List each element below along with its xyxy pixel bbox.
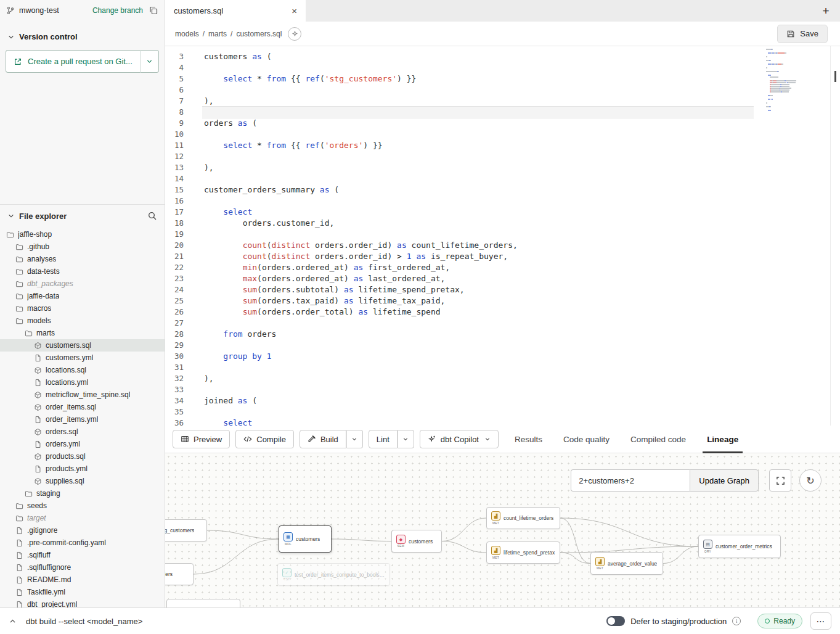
code-text[interactable] — [202, 318, 754, 329]
code-text[interactable]: ), — [202, 96, 754, 107]
scrollbar-thumb[interactable] — [834, 71, 836, 82]
file-tree-item-data-tests[interactable]: data-tests — [0, 265, 165, 278]
tab-results[interactable]: Results — [504, 426, 553, 453]
file-tree-item-order_items.yml[interactable]: order_items.yml — [0, 413, 165, 426]
create-pr-dropdown-button[interactable] — [141, 50, 159, 73]
file-tree-item-seeds[interactable]: seeds — [0, 500, 165, 512]
dbt-copilot-button[interactable]: dbt Copilot — [420, 430, 499, 448]
code-text[interactable]: count(distinct orders.order_id) > 1 as i… — [202, 251, 754, 262]
code-text[interactable]: max(orders.ordered_at) as last_ordered_a… — [202, 273, 754, 284]
chevron-down-icon[interactable] — [7, 212, 15, 220]
compile-button[interactable]: Compile — [235, 430, 294, 448]
code-text[interactable] — [202, 406, 754, 418]
code-text[interactable]: ), — [202, 162, 754, 173]
file-tree-item-analyses[interactable]: analyses — [0, 253, 165, 265]
build-dropdown-button[interactable] — [346, 430, 363, 448]
code-text[interactable] — [202, 229, 754, 240]
search-icon[interactable] — [147, 211, 157, 221]
build-button[interactable]: Build — [300, 430, 346, 448]
code-text[interactable]: orders as ( — [202, 118, 754, 129]
code-text[interactable] — [202, 129, 754, 140]
code-text[interactable] — [202, 173, 754, 184]
file-tree-item-products.sql[interactable]: products.sql — [0, 450, 165, 463]
file-tree-item-.gitignore[interactable]: .gitignore — [0, 524, 165, 537]
lint-dropdown-button[interactable] — [398, 430, 414, 448]
chevron-down-icon[interactable] — [7, 33, 15, 41]
file-tree-item-.pre-commit-config.yaml[interactable]: .pre-commit-config.yaml — [0, 537, 165, 549]
lineage-node-stg_customers[interactable]: ▦MDLstg_customers — [165, 519, 207, 541]
update-graph-button[interactable]: Update Graph — [690, 469, 759, 492]
file-tree-item-order_items.sql[interactable]: order_items.sql — [0, 401, 165, 413]
file-tree-item-products.yml[interactable]: products.yml — [0, 463, 165, 475]
info-icon[interactable]: i — [732, 617, 741, 625]
code-text[interactable] — [202, 107, 754, 118]
defer-toggle[interactable] — [606, 616, 625, 626]
file-tree-item-macros[interactable]: macros — [0, 302, 165, 315]
lint-button[interactable]: Lint — [369, 430, 398, 448]
tab-code-quality[interactable]: Code quality — [553, 426, 620, 453]
file-tree-item-dbt_packages[interactable]: dbt_packages — [0, 278, 165, 290]
code-text[interactable] — [202, 362, 754, 373]
code-text[interactable]: sum(orders.order_total) as lifetime_spen… — [202, 307, 754, 318]
tab-compiled-code[interactable]: Compiled code — [620, 426, 696, 453]
lineage-search-input[interactable] — [571, 469, 690, 492]
code-text[interactable]: joined as ( — [202, 395, 754, 406]
lineage-node-partial_node[interactable] — [166, 599, 240, 607]
chevron-up-icon[interactable] — [5, 617, 20, 625]
code-text[interactable]: from orders — [202, 329, 754, 340]
file-tree-item-Taskfile.yml[interactable]: Taskfile.yml — [0, 586, 165, 598]
file-tree-item-customers.yml[interactable]: customers.yml — [0, 352, 165, 364]
file-tree-item-marts[interactable]: marts — [0, 327, 165, 339]
file-tree-item-models[interactable]: models — [0, 315, 165, 327]
lineage-node-customers_sem[interactable]: ◆SEMcustomers — [391, 530, 442, 553]
new-tab-button[interactable]: + — [812, 0, 840, 22]
file-tree-item-dbt_project.yml[interactable]: dbt_project.yml — [0, 598, 165, 607]
code-text[interactable]: min(orders.ordered_at) as first_ordered_… — [202, 262, 754, 273]
minimap[interactable] — [766, 49, 815, 112]
fullscreen-icon[interactable] — [769, 469, 791, 492]
lineage-node-customer_order_metrics[interactable]: ▤QRYcustomer_order_metrics — [698, 535, 781, 558]
code-text[interactable]: ), — [202, 373, 754, 384]
file-tree-item-orders.yml[interactable]: orders.yml — [0, 438, 165, 450]
file-tree-item-locations.yml[interactable]: locations.yml — [0, 376, 165, 389]
more-menu-button[interactable]: ⋯ — [810, 612, 831, 630]
code-editor[interactable]: 3customers as (45 select * from {{ ref('… — [165, 46, 840, 426]
create-pr-button[interactable]: Create a pull request on Git... — [6, 50, 141, 73]
code-text[interactable]: customer_orders_summary as ( — [202, 184, 754, 196]
close-icon[interactable]: × — [292, 6, 297, 15]
code-text[interactable] — [202, 340, 754, 351]
code-text[interactable]: select * from {{ ref('stg_customers') }} — [202, 73, 754, 84]
code-text[interactable] — [202, 384, 754, 395]
file-tree-item-target[interactable]: target — [0, 512, 165, 524]
file-tree-item-jaffle-data[interactable]: jaffle-data — [0, 290, 165, 302]
save-button[interactable]: Save — [777, 25, 828, 43]
file-tree-item-metricflow_time_spine.sql[interactable]: metricflow_time_spine.sql — [0, 389, 165, 401]
code-text[interactable] — [202, 62, 754, 73]
code-text[interactable] — [202, 196, 754, 207]
refresh-icon[interactable]: ↻ — [799, 469, 822, 492]
lineage-node-count_lifetime_orders[interactable]: ▟METcount_lifetime_orders — [486, 507, 560, 529]
file-tree-item-.sqlfluffignore[interactable]: .sqlfluffignore — [0, 561, 165, 574]
file-tree-item-.github[interactable]: .github — [0, 241, 165, 253]
code-text[interactable]: select * from {{ ref('orders') }} — [202, 140, 754, 151]
code-text[interactable] — [202, 84, 754, 96]
lineage-node-average_order_value[interactable]: ▟METaverage_order_value — [590, 552, 663, 575]
code-text[interactable]: sum(orders.subtotal) as lifetime_spend_p… — [202, 284, 754, 295]
lineage-node-test_order_items[interactable]: ✓TSTtest_order_items_compute_to_bools_..… — [277, 563, 390, 586]
file-tree-item-jaffle-shop[interactable]: jaffle-shop — [0, 228, 165, 241]
code-text[interactable]: select — [202, 418, 754, 426]
code-text[interactable]: select — [202, 207, 754, 218]
file-tree-item-orders.sql[interactable]: orders.sql — [0, 426, 165, 438]
code-text[interactable]: sum(orders.tax_paid) as lifetime_tax_pai… — [202, 295, 754, 307]
file-tree-item-supplies.sql[interactable]: supplies.sql — [0, 475, 165, 487]
lineage-node-customers_mdl[interactable]: ▦MDLcustomers — [279, 525, 332, 553]
tab-lineage[interactable]: Lineage — [696, 426, 749, 453]
code-text[interactable]: customers as ( — [202, 51, 754, 62]
tab-customers-sql[interactable]: customers.sql × — [165, 0, 306, 22]
file-tree-item-customers.sql[interactable]: customers.sql — [0, 339, 165, 352]
code-text[interactable]: group by 1 — [202, 351, 754, 362]
preview-button[interactable]: Preview — [173, 430, 230, 448]
code-text[interactable]: orders.customer_id, — [202, 218, 754, 229]
code-text[interactable] — [202, 151, 754, 162]
file-tree-item-staging[interactable]: staging — [0, 487, 165, 500]
